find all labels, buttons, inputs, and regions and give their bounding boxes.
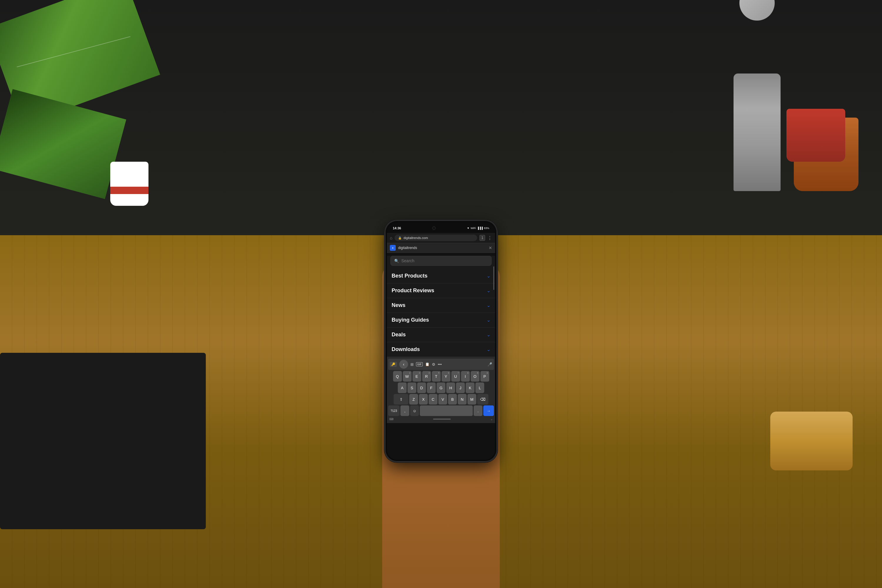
status-icons: ▼ WiFi ▐▐▐ 83% <box>467 226 489 230</box>
browser-nav-bar: ⌂ 🔒 digitaltrends.com 1 ⋮ <box>387 233 495 243</box>
keyboard-row-4: ?123 , ☺ . → <box>388 405 494 416</box>
tab-title[interactable]: digitaltrends <box>398 246 486 250</box>
key-n[interactable]: N <box>458 394 466 405</box>
menu-label-deals: Deals <box>392 332 406 338</box>
cup-stripe <box>110 187 148 194</box>
chevron-news: ⌄ <box>487 303 490 308</box>
key-a[interactable]: A <box>398 382 406 393</box>
plants-right <box>647 0 882 353</box>
search-placeholder-text: Search <box>401 258 414 263</box>
key-o[interactable]: O9 <box>471 371 480 382</box>
chevron-buying-guides: ⌄ <box>487 317 490 323</box>
cup-body <box>110 162 148 206</box>
menu-item-downloads[interactable]: Downloads ⌄ <box>387 342 495 357</box>
signal-icon: ▼ <box>467 226 470 230</box>
chevron-downloads: ⌄ <box>487 346 490 352</box>
key-d[interactable]: D <box>417 382 426 393</box>
dt-favicon: + <box>390 245 396 251</box>
key-emoji[interactable]: ☺ <box>410 405 419 416</box>
key-g[interactable]: G <box>436 382 446 393</box>
coffee-cup <box>103 147 156 206</box>
key-r[interactable]: R4 <box>422 371 431 382</box>
key-p[interactable]: P0 <box>480 371 489 382</box>
chevron-down-icon[interactable]: ⌄ <box>490 417 493 421</box>
key-symbol[interactable]: ?123 <box>388 405 399 416</box>
plant-right-pot <box>786 109 845 162</box>
search-icon: 🔍 <box>394 259 399 263</box>
key-k[interactable]: K <box>466 382 474 393</box>
key-h[interactable]: H <box>446 382 455 393</box>
wicker-basket <box>770 412 853 470</box>
tab-bar: + digitaltrends ✕ <box>387 243 495 253</box>
keyboard-back-button[interactable]: ‹ <box>399 360 408 369</box>
menu-content: 🔍 Search Best Products ⌄ Product Reviews… <box>387 256 495 357</box>
lock-icon: 🔒 <box>398 236 402 240</box>
chevron-best-products: ⌄ <box>487 273 490 279</box>
status-time: 14:36 <box>393 226 401 230</box>
leaf-stripes <box>0 20 189 265</box>
hand-container: 14:36 ▼ WiFi ▐▐▐ 83% ⌂ 🔒 digitaltrends.c… <box>353 206 529 588</box>
keyboard-row-3: ⇧ Z X C V B N M ⌫ <box>388 394 494 405</box>
key-t[interactable]: T5 <box>432 371 441 382</box>
more-icon[interactable]: ••• <box>438 362 442 367</box>
key-x[interactable]: X <box>419 394 428 405</box>
keyboard-row-1: Q W2 E3 R4 T5 Y6 U7 I8 O9 P0 <box>388 371 494 382</box>
key-shift[interactable]: ⇧ <box>394 394 408 405</box>
battery-indicator: 83% <box>484 226 489 230</box>
key-w[interactable]: W2 <box>403 371 412 382</box>
chevron-product-reviews: ⌄ <box>487 288 490 293</box>
url-bar[interactable]: 🔒 digitaltrends.com <box>394 235 477 241</box>
menu-item-best-products[interactable]: Best Products ⌄ <box>387 269 495 284</box>
key-z[interactable]: Z <box>409 394 418 405</box>
tab-close-button[interactable]: ✕ <box>489 246 492 250</box>
key-y[interactable]: Y6 <box>442 371 450 382</box>
key-m[interactable]: M <box>468 394 476 405</box>
menu-label-buying-guides: Buying Guides <box>392 317 429 323</box>
keyboard-bottom-bar: ⌨ ⌄ <box>388 417 494 421</box>
keyboard-row-2: A S D F G H J K L <box>388 382 494 393</box>
menu-label-product-reviews: Product Reviews <box>392 288 434 294</box>
keyboard[interactable]: 🔑 ‹ ⊞ GIF 📋 ⚙ ••• 🎤 Q W2 E3 <box>387 357 495 423</box>
menu-item-deals[interactable]: Deals ⌄ <box>387 327 495 342</box>
mic-icon[interactable]: 🎤 <box>488 362 492 367</box>
key-comma[interactable]: , <box>400 405 409 416</box>
menu-item-product-reviews[interactable]: Product Reviews ⌄ <box>387 284 495 298</box>
settings-icon[interactable]: ⚙ <box>432 362 435 367</box>
phone-screen: 14:36 ▼ WiFi ▐▐▐ 83% ⌂ 🔒 digitaltrends.c… <box>387 222 495 460</box>
key-b[interactable]: B <box>448 394 457 405</box>
key-e[interactable]: E3 <box>412 371 421 382</box>
menu-item-buying-guides[interactable]: Buying Guides ⌄ <box>387 313 495 327</box>
menu-label-news: News <box>392 302 405 308</box>
keyboard-icon[interactable]: ⌨ <box>389 417 393 421</box>
camera-notch <box>432 226 436 230</box>
phone: 14:36 ▼ WiFi ▐▐▐ 83% ⌂ 🔒 digitaltrends.c… <box>385 220 497 462</box>
key-i[interactable]: I8 <box>461 371 470 382</box>
url-text: digitaltrends.com <box>404 236 428 240</box>
key-q[interactable]: Q <box>393 371 402 382</box>
key-c[interactable]: C <box>429 394 438 405</box>
key-space[interactable] <box>420 405 473 416</box>
gif-button[interactable]: GIF <box>416 362 423 366</box>
tabs-icon[interactable]: 1 <box>480 235 485 241</box>
key-action[interactable]: → <box>483 405 494 416</box>
scroll-indicator <box>494 266 494 290</box>
key-s[interactable]: S <box>408 382 416 393</box>
chevron-deals: ⌄ <box>487 332 490 338</box>
menu-item-news[interactable]: News ⌄ <box>387 298 495 313</box>
home-icon[interactable]: ⌂ <box>390 236 392 240</box>
browser-menu-icon[interactable]: ⋮ <box>488 235 492 241</box>
menu-search-bar[interactable]: 🔍 Search <box>390 256 492 266</box>
key-u[interactable]: U7 <box>451 371 460 382</box>
key-f[interactable]: F <box>427 382 436 393</box>
key-l[interactable]: L <box>476 382 484 393</box>
key-j[interactable]: J <box>456 382 465 393</box>
key-delete[interactable]: ⌫ <box>477 394 488 405</box>
plant-left <box>0 0 206 265</box>
sticker-icon[interactable]: ⊞ <box>410 362 414 367</box>
key-icon[interactable]: 🔑 <box>390 362 397 367</box>
key-period[interactable]: . <box>474 405 483 416</box>
signal-bars-icon: ▐▐▐ <box>477 226 483 230</box>
clipboard-icon[interactable]: 📋 <box>425 362 429 366</box>
wifi-icon: WiFi <box>471 226 476 230</box>
key-v[interactable]: V <box>438 394 447 405</box>
